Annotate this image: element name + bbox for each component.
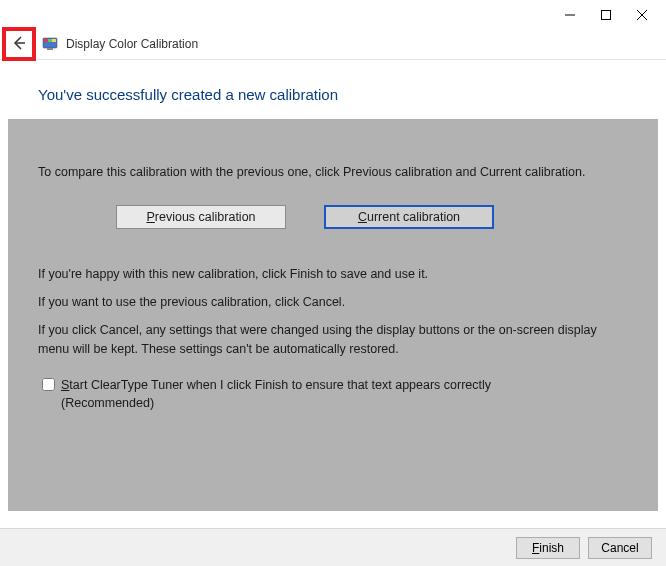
cleartype-row: Start ClearType Tuner when I click Finis…	[38, 376, 628, 412]
finish-button-label: Finish	[532, 541, 564, 555]
cleartype-label: Start ClearType Tuner when I click Finis…	[61, 376, 581, 412]
svg-rect-6	[44, 39, 48, 42]
current-calibration-label: Current calibration	[358, 208, 460, 226]
maximize-button[interactable]	[588, 4, 624, 26]
cancel-warning: If you click Cancel, any settings that w…	[38, 321, 628, 357]
window-title: Display Color Calibration	[66, 37, 198, 51]
svg-rect-9	[47, 48, 53, 50]
finish-instruction: If you're happy with this new calibratio…	[38, 265, 628, 283]
content-panel: To compare this calibration with the pre…	[8, 119, 658, 511]
finish-button[interactable]: Finish	[516, 537, 580, 559]
cancel-instruction: If you want to use the previous calibrat…	[38, 293, 628, 311]
compare-buttons-row: Previous calibration Current calibration	[116, 205, 628, 229]
svg-rect-1	[602, 11, 611, 20]
page-heading: You've successfully created a new calibr…	[0, 60, 666, 119]
back-button[interactable]	[10, 34, 28, 52]
minimize-button[interactable]	[552, 4, 588, 26]
compare-instruction: To compare this calibration with the pre…	[38, 163, 628, 181]
header: Display Color Calibration	[0, 28, 666, 60]
cancel-button-label: Cancel	[601, 541, 638, 555]
previous-calibration-label: Previous calibration	[146, 208, 255, 226]
cancel-button[interactable]: Cancel	[588, 537, 652, 559]
cleartype-checkbox[interactable]	[42, 378, 55, 391]
footer: Finish Cancel	[0, 528, 666, 566]
app-icon	[42, 36, 58, 52]
previous-calibration-button[interactable]: Previous calibration	[116, 205, 286, 229]
svg-rect-7	[48, 39, 52, 42]
titlebar	[0, 0, 666, 28]
svg-rect-8	[52, 39, 56, 42]
current-calibration-button[interactable]: Current calibration	[324, 205, 494, 229]
close-button[interactable]	[624, 4, 660, 26]
